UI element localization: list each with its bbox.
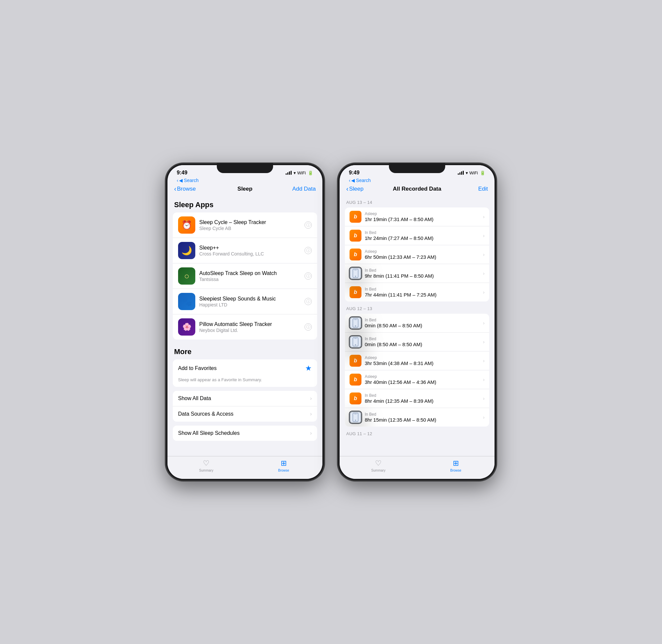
favorites-subtitle: Sleep will appear as a Favorite in Summa… (173, 377, 317, 387)
tab-browse[interactable]: ⊞ Browse (245, 459, 322, 472)
data-sources-row[interactable]: Data Sources & Access › (173, 406, 317, 422)
app-developer: Happiest LTD (199, 302, 300, 307)
data-type: In Bed (365, 318, 480, 322)
wifi-icon: ▾ WiFi (294, 170, 306, 176)
app-info: Pillow Automatic Sleep Tracker Neybox Di… (199, 321, 300, 333)
data-row[interactable]: b Asleep 6hr 50min (12:33 AM – 7:23 AM) … (345, 245, 489, 264)
app-developer: Cross Forward Consulting, LLC (199, 251, 300, 256)
more-header: More (167, 340, 322, 360)
app-icon-phone (349, 411, 362, 423)
heart-icon: ♡ (203, 459, 209, 468)
app-name: Sleep++ (199, 245, 300, 251)
signal-bars-icon (286, 171, 292, 175)
browse-tab-label: Browse (450, 468, 461, 472)
chevron-icon: › (483, 358, 485, 363)
list-item[interactable]: 🌙 Sleep++ Cross Forward Consulting, LLC … (173, 238, 317, 263)
info-button[interactable]: ⓘ (304, 272, 312, 280)
show-all-data-row[interactable]: Show All Data › (173, 391, 317, 406)
data-sources-label: Data Sources & Access (178, 411, 233, 417)
app-icon-orange: b (349, 355, 362, 367)
status-icons: ▾ WiFi 🔋 (458, 170, 485, 176)
schedule-list: Show All Sleep Schedules › (173, 426, 317, 441)
data-row[interactable]: In Bed 8hr 15min (12:35 AM – 8:50 AM) › (345, 408, 489, 427)
chevron-icon: › (483, 377, 485, 382)
list-item[interactable]: 🐾 Sleepiest Sleep Sounds & Music Happies… (173, 289, 317, 314)
battery-icon: 🔋 (308, 170, 313, 176)
tab-browse[interactable]: ⊞ Browse (417, 459, 495, 472)
add-to-favorites-row[interactable]: Add to Favorites ★ (173, 360, 317, 377)
right-scroll: AUG 13 – 14 b Asleep 1hr 19min (7:31 AM … (340, 195, 495, 456)
aug12-13-card: In Bed 0min (8:50 AM – 8:50 AM) › (345, 314, 489, 427)
data-row[interactable]: b Asleep 3hr 53min (4:38 AM – 8:31 AM) › (345, 351, 489, 370)
heart-icon: ♡ (375, 459, 382, 468)
data-value: 8hr 15min (12:35 AM – 8:50 AM) (365, 417, 480, 422)
info-button[interactable]: ⓘ (304, 298, 312, 305)
back-label[interactable]: Browse (177, 186, 196, 192)
list-item[interactable]: 🌸 Pillow Automatic Sleep Tracker Neybox … (173, 314, 317, 340)
data-row[interactable]: b Asleep 1hr 19min (7:31 AM – 8:50 AM) › (345, 207, 489, 226)
tab-summary[interactable]: ♡ Summary (340, 459, 417, 472)
svg-point-2 (355, 276, 356, 277)
data-type: In Bed (365, 393, 480, 398)
show-all-schedules-row[interactable]: Show All Sleep Schedules › (173, 426, 317, 441)
app-info: AutoSleep Track Sleep on Watch Tantsissa (199, 270, 300, 282)
chevron-icon: › (483, 339, 485, 345)
notch (389, 163, 445, 173)
back-button[interactable]: ‹ Sleep (346, 185, 373, 192)
wifi-icon: ▾ WiFi (466, 170, 478, 176)
data-value: 0min (8:50 AM – 8:50 AM) (365, 323, 480, 328)
notch (217, 163, 273, 173)
info-button[interactable]: ⓘ (304, 222, 312, 229)
grid-icon: ⊞ (281, 459, 287, 468)
app-icon-orange: b (349, 249, 362, 260)
favorites-card: Add to Favorites ★ Sleep will appear as … (173, 360, 317, 387)
data-value: 3hr 40min (12:56 AM – 4:36 AM) (365, 379, 480, 385)
data-row[interactable]: b In Bed 7hr 44min (11:41 PM – 7:25 AM) … (345, 283, 489, 301)
data-row[interactable]: In Bed 0min (8:50 AM – 8:50 AM) › (345, 332, 489, 351)
autosleep-icon: ○ (178, 268, 195, 284)
back-button[interactable]: ‹ Browse (174, 185, 201, 192)
data-value: 8hr 4min (12:35 AM – 8:39 AM) (365, 398, 480, 404)
data-value: 6hr 50min (12:33 AM – 7:23 AM) (365, 254, 480, 260)
back-label[interactable]: Sleep (349, 186, 363, 192)
app-icon-orange: b (349, 230, 362, 242)
list-item[interactable]: ⏰ Sleep Cycle – Sleep Tracker Sleep Cycl… (173, 212, 317, 238)
back-chevron-icon: ‹ (177, 178, 178, 183)
chevron-icon: › (310, 411, 312, 417)
app-info: Sleep++ Cross Forward Consulting, LLC (199, 245, 300, 256)
data-row[interactable]: In Bed 9hr 8min (11:41 PM – 8:50 AM) › (345, 264, 489, 283)
browse-tab-label: Browse (278, 468, 289, 472)
data-type: In Bed (365, 268, 480, 273)
left-scroll: Sleep Apps ⏰ Sleep Cycle – Sleep Tracker… (167, 195, 322, 456)
back-search-label[interactable]: ‹ ◀ Search (167, 177, 322, 184)
data-row[interactable]: b Asleep 3hr 40min (12:56 AM – 4:36 AM) … (345, 370, 489, 389)
app-info: Sleepiest Sleep Sounds & Music Happiest … (199, 296, 300, 307)
search-back-text[interactable]: ◀ Search (179, 178, 199, 183)
data-type: In Bed (365, 412, 480, 417)
tab-summary[interactable]: ♡ Summary (167, 459, 245, 472)
page-title: Sleep (237, 186, 252, 192)
search-back-text[interactable]: ◀ Search (351, 178, 371, 183)
data-row[interactable]: b In Bed 8hr 4min (12:35 AM – 8:39 AM) › (345, 389, 489, 408)
data-row[interactable]: b In Bed 1hr 24min (7:27 AM – 8:50 AM) › (345, 226, 489, 245)
show-schedules-label: Show All Sleep Schedules (178, 430, 239, 436)
data-type: In Bed (365, 230, 480, 235)
info-button[interactable]: ⓘ (304, 247, 312, 254)
data-row[interactable]: In Bed 0min (8:50 AM – 8:50 AM) › (345, 314, 489, 332)
app-name: AutoSleep Track Sleep on Watch (199, 270, 300, 276)
data-type: Asleep (365, 374, 480, 379)
add-data-button[interactable]: Add Data (289, 186, 316, 192)
chevron-icon: › (483, 271, 485, 276)
edit-button[interactable]: Edit (461, 186, 488, 192)
list-item[interactable]: ○ AutoSleep Track Sleep on Watch Tantsis… (173, 263, 317, 289)
app-info: Sleep Cycle – Sleep Tracker Sleep Cycle … (199, 220, 300, 231)
nav-bar: ‹ Browse Sleep Add Data (167, 184, 322, 195)
app-icon-phone (349, 317, 362, 329)
data-value: 7hr 44min (11:41 PM – 7:25 AM) (365, 292, 480, 298)
back-search-label[interactable]: ‹ ◀ Search (340, 177, 495, 184)
info-button[interactable]: ⓘ (304, 323, 312, 330)
data-type: Asleep (365, 249, 480, 254)
sleep-plus-icon: 🌙 (178, 242, 195, 259)
status-time: 9:49 (177, 170, 187, 176)
chevron-icon: › (483, 415, 485, 420)
